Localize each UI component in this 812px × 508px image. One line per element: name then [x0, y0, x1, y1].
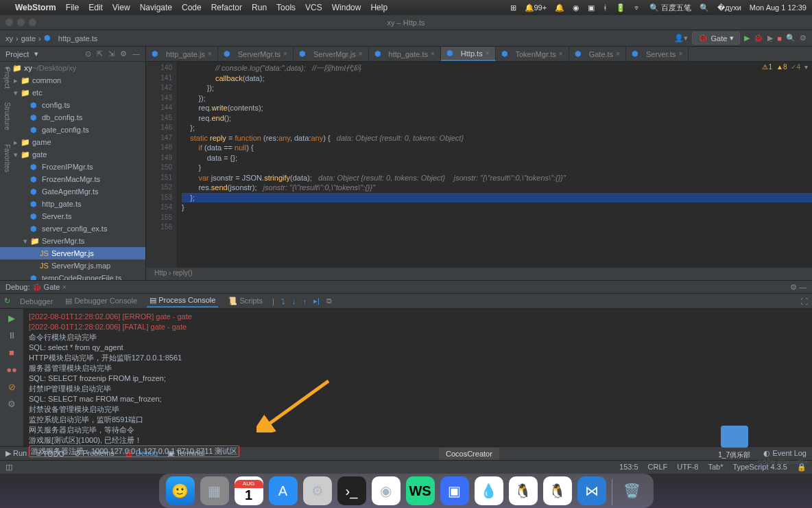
menu-navigate[interactable]: Navigate	[140, 3, 172, 12]
app-icon[interactable]: 💧	[475, 476, 503, 505]
tab-debugger[interactable]: Debugger	[17, 296, 56, 307]
calendar-icon[interactable]: AUG1	[235, 476, 263, 505]
left-tool-tabs[interactable]: ProjectStructureFavorites	[0, 47, 11, 172]
breadcrumb-item[interactable]: http_gate.ts	[58, 34, 98, 43]
select-opened-icon[interactable]: ⊙	[85, 49, 91, 58]
menu-file[interactable]: File	[66, 3, 79, 12]
resume-icon[interactable]: ▶	[8, 313, 15, 323]
breadcrumb-item[interactable]: gate	[21, 34, 36, 43]
editor-tabs[interactable]: ⬢http_gate.js ×⬢ServerMgr.ts ×⬢ServerMgr…	[146, 47, 812, 62]
step-out-icon[interactable]: ↑	[302, 297, 307, 305]
stop-icon[interactable]: ■	[777, 34, 782, 43]
expand-icon[interactable]: ⇱	[97, 49, 103, 58]
bluetooth-icon[interactable]: ᚼ	[603, 3, 608, 12]
hide-icon[interactable]: —	[132, 49, 140, 58]
run-icon[interactable]: ▶	[744, 34, 750, 43]
menu-view[interactable]: View	[112, 3, 130, 12]
gear-icon[interactable]: ⚙	[120, 49, 127, 58]
menu-refactor[interactable]: Refactor	[211, 3, 242, 12]
debug-config-name[interactable]: Gate	[44, 283, 60, 291]
rerun-icon[interactable]: ↻	[4, 297, 10, 305]
editor-tab[interactable]: ⬢Server.ts ×	[626, 47, 689, 61]
menu-tools[interactable]: Tools	[276, 3, 296, 12]
chrome-icon[interactable]: ◉	[372, 476, 401, 505]
mute-breakpoints-icon[interactable]: ⊘	[8, 382, 16, 392]
tray-icon[interactable]: ⊞	[510, 3, 516, 12]
tree-item[interactable]: ▾📁gate	[0, 148, 145, 161]
line-gutter[interactable]: 1401411421431441451461471481491501511521…	[146, 62, 176, 268]
close-icon[interactable]: ×	[62, 283, 67, 291]
code-editor[interactable]: // console.log("data:",data); //一段html代码…	[176, 62, 812, 268]
run-to-cursor-icon[interactable]: ▸|	[313, 297, 320, 305]
pause-icon[interactable]: ⏸	[8, 330, 16, 340]
ime-indicator[interactable]: 🔍 百度五笔	[649, 3, 691, 13]
search-icon[interactable]: 🔍	[786, 34, 796, 43]
finder-icon[interactable]: 🙂	[166, 476, 195, 505]
tree-item[interactable]: ⬢db_config.ts	[0, 111, 145, 124]
tab-scripts[interactable]: 📜 Scripts	[225, 295, 265, 307]
tree-item[interactable]: JSServerMgr.js	[0, 247, 145, 259]
tray-icon[interactable]: ▣	[588, 3, 595, 12]
step-over-icon[interactable]: ⤵	[281, 297, 285, 305]
menu-vcs[interactable]: VCS	[305, 3, 322, 12]
search-icon[interactable]: 🔍	[700, 3, 709, 12]
battery-icon[interactable]: 🔋	[616, 3, 625, 12]
tree-item[interactable]: ▸📁game	[0, 136, 145, 148]
cocoscreator-icon[interactable]: ▣	[440, 476, 469, 505]
menu-code[interactable]: Code	[182, 3, 202, 12]
project-tree[interactable]: ▾📁xy ~/Desktop/xy▸📁common▾📁etc ⬢config.t…	[0, 62, 145, 280]
tree-item[interactable]: ⬢tempCodeRunnerFile.ts	[0, 272, 145, 280]
appstore-icon[interactable]: A	[269, 476, 298, 505]
terminal-icon[interactable]: ›_	[337, 476, 366, 505]
tree-item[interactable]: ⬢http_gate.ts	[0, 198, 145, 210]
menu-help[interactable]: Help	[370, 3, 387, 12]
gear-icon[interactable]: ⚙	[800, 34, 807, 43]
nav-path[interactable]: Http › reply()	[146, 268, 812, 280]
tree-item[interactable]: ⬢gate_config.ts	[0, 124, 145, 136]
gear-icon[interactable]: ⚙	[790, 283, 797, 291]
close-icon[interactable]	[5, 19, 13, 26]
run-config-selector[interactable]: 🐞Gate ▾	[692, 32, 740, 45]
run-tool[interactable]: ▶ Run	[5, 449, 27, 458]
tree-item[interactable]: ⬢FrozenMacMgr.ts	[0, 173, 145, 185]
debug-icon[interactable]: 🐞	[754, 34, 763, 43]
notif-badge[interactable]: 🔔99+	[525, 3, 547, 12]
editor-tab[interactable]: ⬢http_gate.ts ×	[369, 47, 441, 61]
settings-icon[interactable]: ⚙	[303, 476, 332, 505]
trash-icon[interactable]: 🗑️	[618, 476, 647, 505]
qq-icon[interactable]: 🐧	[509, 476, 538, 505]
tree-item[interactable]: ▾📁ServerMgr.ts	[0, 235, 145, 247]
menu-edit[interactable]: Edit	[88, 3, 103, 12]
editor-tab[interactable]: ⬢TokenMgr.ts ×	[496, 47, 569, 61]
step-into-icon[interactable]: ↓	[292, 297, 296, 305]
editor-tab[interactable]: ⬢Gate.ts ×	[569, 47, 626, 61]
menu-window[interactable]: Window	[332, 3, 361, 12]
editor-inspections[interactable]: ⚠1▲8✓4 ▾	[762, 63, 808, 71]
settings-icon[interactable]: ⚙	[8, 399, 16, 409]
tree-item[interactable]: ⬢server_config_ex.ts	[0, 222, 145, 235]
desktop-folder[interactable]: 1_7俱乐部	[718, 426, 750, 460]
tree-item[interactable]: ⬢GateAgentMgr.ts	[0, 185, 145, 198]
stop-icon[interactable]: ■	[9, 347, 14, 358]
menu-run[interactable]: Run	[252, 3, 267, 12]
user-icon[interactable]: 👤▾	[674, 34, 688, 43]
minimize-icon[interactable]	[17, 19, 25, 26]
breadcrumb-item[interactable]: xy	[5, 34, 13, 43]
maximize-icon[interactable]	[29, 19, 36, 26]
evaluate-icon[interactable]: ⧉	[326, 297, 332, 305]
tree-item[interactable]: ⬢Server.ts	[0, 210, 145, 222]
tree-item[interactable]: ▾📁etc	[0, 86, 145, 99]
tree-item[interactable]: ⬢config.ts	[0, 99, 145, 111]
bell-icon[interactable]: 🔔	[555, 3, 564, 12]
wifi-icon[interactable]: ᯤ	[634, 3, 641, 12]
tray-icon[interactable]: ◉	[573, 3, 580, 12]
run-coverage-icon[interactable]: ▶̤	[767, 34, 773, 43]
console-output[interactable]: [2022-08-01T12:28:02.006] [ERROR] gate -…	[23, 309, 812, 446]
qq-icon[interactable]: 🐧	[543, 476, 572, 505]
view-breakpoints-icon[interactable]: ●●	[6, 365, 17, 375]
tree-item[interactable]: JSServerMgr.js.map	[0, 259, 145, 272]
tree-item[interactable]: ▸📁common	[0, 74, 145, 86]
editor-tab[interactable]: ⬢ServerMgr.js ×	[294, 47, 369, 61]
tab-process-console[interactable]: ▤ Process Console	[147, 295, 218, 308]
clock[interactable]: Mon Aug 1 12:39	[750, 3, 807, 12]
